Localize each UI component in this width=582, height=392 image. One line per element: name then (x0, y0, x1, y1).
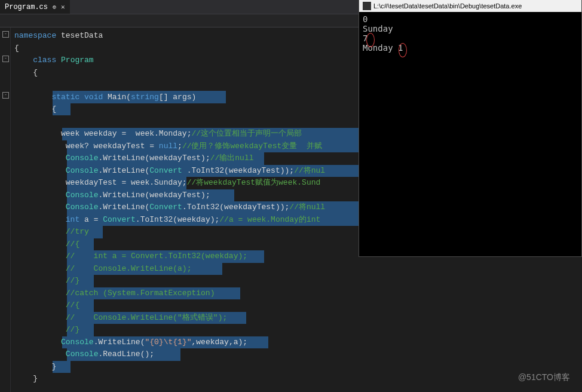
fold-button[interactable]: - (2, 56, 9, 62)
annotation-circle (399, 43, 407, 57)
console-title-text: L:\c#\tesetData\tesetData\bin\Debug\tese… (373, 2, 522, 10)
code-line: } (11, 373, 582, 385)
fold-button[interactable]: - (2, 92, 9, 99)
code-line: // Console.WriteLine(a); (11, 263, 582, 275)
tab-title: Program.cs (5, 3, 48, 11)
console-output: 0 Sunday 7 Monday 1 (359, 12, 581, 55)
console-line: 0 (363, 14, 578, 24)
file-tab[interactable]: Program.cs ⊕ ✕ (0, 0, 70, 14)
console-line: Monday 1 (363, 43, 578, 53)
code-line: Console.WriteLine("{0}\t{1}",weekday,a); (11, 336, 582, 349)
watermark: @51CTO博客 (518, 372, 570, 383)
fold-button[interactable]: - (2, 31, 9, 38)
console-icon (363, 2, 371, 10)
code-line: // Console.WriteLine("格式错误"); (11, 312, 582, 324)
pin-icon[interactable]: ⊕ (53, 4, 56, 11)
close-icon[interactable]: ✕ (61, 3, 65, 11)
code-line: //{ (11, 299, 582, 312)
code-line: //} (11, 324, 582, 336)
folding-gutter: - - - (0, 27, 11, 392)
code-line: //} (11, 275, 582, 287)
code-line: Console.ReadLine(); (11, 348, 582, 361)
code-line: //catch (System.FormatException) (11, 287, 582, 300)
console-line: 7 (363, 33, 578, 43)
code-line: } (11, 361, 582, 373)
annotation-circle (366, 33, 375, 47)
console-window[interactable]: L:\c#\tesetData\tesetData\bin\Debug\tese… (359, 0, 582, 257)
console-titlebar[interactable]: L:\c#\tesetData\tesetData\bin\Debug\tese… (359, 0, 581, 12)
console-line: Sunday (363, 24, 578, 33)
